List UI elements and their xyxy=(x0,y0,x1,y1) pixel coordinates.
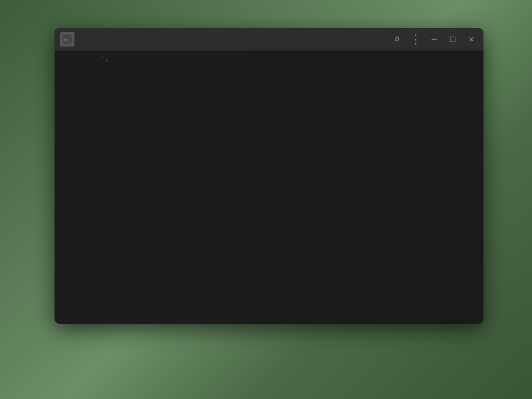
maximize-button[interactable]: □ xyxy=(446,33,460,46)
menu-button[interactable]: ⋮ xyxy=(409,33,422,46)
close-button[interactable]: ✕ xyxy=(465,33,478,46)
search-button[interactable]: ⌕ xyxy=(390,33,404,46)
terminal-app-icon: >_ xyxy=(60,32,74,47)
terminal-body: `- xyxy=(55,51,483,324)
minimize-button[interactable]: ─ xyxy=(428,33,441,46)
window-controls: ⌕ ⋮ ─ □ ✕ xyxy=(390,33,478,46)
desktop: >_ ⌕ ⋮ ─ □ ✕ `- xyxy=(0,0,532,399)
terminal-window: >_ ⌕ ⋮ ─ □ ✕ `- xyxy=(55,28,483,324)
titlebar: >_ ⌕ ⋮ ─ □ ✕ xyxy=(55,28,483,51)
svg-text:>_: >_ xyxy=(64,37,71,43)
ascii-art-panel: `- xyxy=(55,51,247,324)
